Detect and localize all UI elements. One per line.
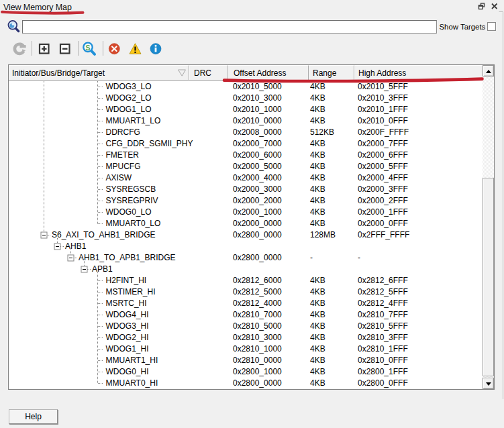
svg-text:S: S bbox=[85, 44, 90, 52]
